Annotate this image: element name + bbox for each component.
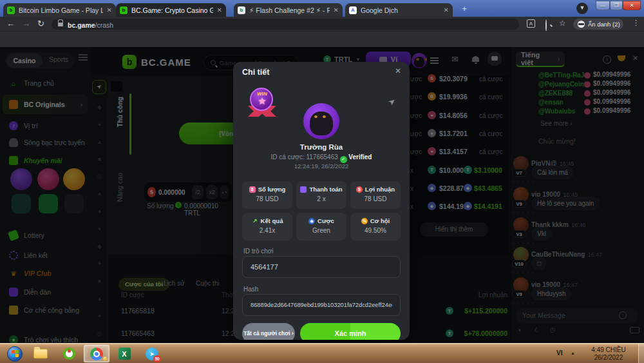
bookmark-star-icon[interactable]: ☆: [559, 19, 566, 28]
new-tab-button[interactable]: +: [459, 3, 470, 15]
chrome-icon: [90, 348, 103, 360]
browser-titlebar: b Bitcoin Limbo Game - Play Limbo ✕ b BC…: [0, 0, 644, 17]
share-icon[interactable]: ➤: [386, 95, 398, 108]
excel-icon: X: [118, 348, 131, 360]
back-icon[interactable]: ←: [6, 19, 15, 29]
modal-title: Chi tiết: [242, 68, 269, 77]
translate-favicon: A: [349, 6, 357, 14]
stat-payout: Thanh toán 2 x: [296, 181, 346, 209]
stat-value: Green: [296, 227, 346, 234]
url-path: /crash: [95, 21, 114, 29]
game-id-field[interactable]: [242, 256, 401, 278]
forward-icon[interactable]: →: [22, 19, 30, 29]
hash-label: Hash: [243, 286, 258, 293]
tab-search-chevron-icon[interactable]: ▼: [576, 3, 588, 14]
stat-bet: ◉Cược Green: [296, 213, 346, 240]
bcgame-page: Casino Sports ⌂ Trang chủ BC Originals ›…: [0, 47, 644, 343]
all-players-button[interactable]: Tất cả người chơi ›: [242, 323, 295, 340]
lock-icon[interactable]: [58, 23, 63, 26]
tab-close-icon[interactable]: ✕: [334, 6, 339, 14]
tab-title: Google Dịch: [361, 6, 440, 14]
url-host: bc.game: [68, 21, 95, 29]
stat-label: Cơ hội: [370, 217, 390, 224]
window-maximize-button[interactable]: ❐: [610, 1, 623, 10]
reload-icon[interactable]: ↻: [37, 19, 44, 29]
verified-check-icon: ✓: [340, 156, 347, 163]
window-minimize-button[interactable]: —: [596, 1, 610, 10]
language-indicator[interactable]: VI: [556, 349, 562, 357]
address-bar[interactable]: bc.game/crash: [52, 19, 519, 30]
profile-badge-icon: [103, 357, 108, 361]
tab-bcgame-active[interactable]: b BC.Game: Crypto Casino Games ✕: [116, 3, 226, 17]
stat-label: Cược: [317, 217, 334, 224]
tab-limbo[interactable]: b Bitcoin Limbo Game - Play Limbo ✕: [3, 3, 116, 17]
browser-menu-icon[interactable]: ⋮: [632, 19, 639, 27]
stat-value: 2 x: [296, 195, 346, 202]
screen: b Bitcoin Limbo Game - Play Limbo ✕ b BC…: [0, 0, 644, 363]
stat-value: 2.41x: [242, 227, 292, 234]
bcgame-favicon: b: [7, 6, 15, 14]
taskbar-clock[interactable]: 4:49 CHIỀU 26/2/2022: [583, 346, 634, 362]
player-avatar[interactable]: [303, 103, 339, 139]
bookmarks-bar: b ▶ ◎ E f M ↗ K ◆ A Z Zalo Web ⚙ Cài đặt…: [0, 31, 644, 47]
tab-flash-challenge[interactable]: b ⚡ Flash Challenge #2 ⚡ - Flash Ch ✕: [234, 3, 343, 17]
incognito-icon: [578, 21, 585, 28]
taskbar-explorer[interactable]: [30, 345, 52, 362]
modal-close-icon[interactable]: ✕: [395, 66, 401, 75]
translate-page-icon[interactable]: A: [527, 19, 535, 28]
windows-start-icon: [7, 346, 23, 362]
tab-close-icon[interactable]: ✕: [444, 6, 449, 14]
profit-icon: $: [356, 186, 363, 193]
tray-expand-icon[interactable]: ▲: [571, 351, 575, 355]
trend-icon: ↗: [252, 218, 258, 224]
coccoc-icon: [63, 348, 75, 360]
stat-result: ↗Kết quả 2.41x: [242, 213, 292, 240]
profile-label: Ẩn danh (2): [588, 21, 620, 28]
bet-id-value: 117665463: [306, 153, 337, 161]
stat-value: 49.50%: [350, 227, 401, 234]
folder-icon: [33, 349, 48, 358]
stat-value: 78 USD: [350, 195, 401, 202]
clock-time: 4:49 CHIỀU: [583, 346, 634, 354]
tab-title: BC.Game: Crypto Casino Games: [131, 6, 213, 14]
stat-profit: $Lợi nhuận 78 USD: [350, 181, 401, 209]
bet-timestamp: 12:24:19, 26/2/2022: [233, 162, 410, 170]
stat-chance: %Cơ hội 49.50%: [350, 213, 401, 240]
taskbar-telegram[interactable]: ➤50: [140, 345, 164, 362]
chance-icon: %: [361, 218, 368, 224]
verified-label: Verified: [348, 153, 372, 161]
tab-close-icon[interactable]: ✕: [107, 6, 112, 14]
notification-badge: 50: [153, 355, 161, 362]
stat-label: Số lượng: [258, 186, 286, 193]
verify-button[interactable]: Xác minh: [300, 323, 401, 340]
bet-details-modal: Chi tiết ✕ WIN ★ ➤ Trường Rùa ID cá cược…: [233, 62, 410, 340]
start-button[interactable]: [5, 345, 24, 362]
taskbar-chrome-active[interactable]: [84, 345, 109, 362]
payout-card-icon: [300, 186, 307, 193]
incognito-profile-button[interactable]: Ẩn danh (2): [573, 19, 623, 30]
show-desktop-button[interactable]: [638, 344, 644, 363]
tab-close-icon[interactable]: ✕: [217, 6, 222, 14]
bcgame-favicon: b: [120, 6, 128, 14]
win-badge: WIN ★: [247, 86, 277, 119]
bet-eye-icon: ◉: [308, 218, 315, 224]
amount-icon: $: [249, 186, 256, 193]
player-name: Trường Rùa: [233, 143, 410, 151]
stat-amount: $Số lượng 78 USD: [242, 181, 292, 209]
windows-taskbar: X ➤50 VI ▲ 4:49 CHIỀU 26/2/2022: [0, 343, 644, 363]
telegram-icon: ➤50: [146, 348, 158, 360]
star-icon: ★: [247, 95, 277, 107]
game-id-label: ID trò chơi: [243, 248, 274, 255]
stat-label: Kết quả: [261, 217, 283, 224]
hash-field[interactable]: [242, 294, 401, 316]
taskbar-excel[interactable]: X: [113, 345, 136, 362]
stat-label: Thanh toán: [309, 186, 342, 193]
bet-id-label: ID cá cược:: [271, 153, 305, 161]
stat-label: Lợi nhuận: [365, 186, 395, 193]
clock-date: 26/2/2022: [583, 354, 634, 362]
window-close-button[interactable]: ✕: [623, 1, 641, 10]
tab-google-translate[interactable]: A Google Dịch ✕: [345, 3, 453, 17]
taskbar-coccoc[interactable]: [58, 345, 80, 362]
bet-id-row: ID cá cược: 117665463 ✓ Verified: [233, 153, 410, 163]
zoom-icon[interactable]: [545, 19, 547, 32]
